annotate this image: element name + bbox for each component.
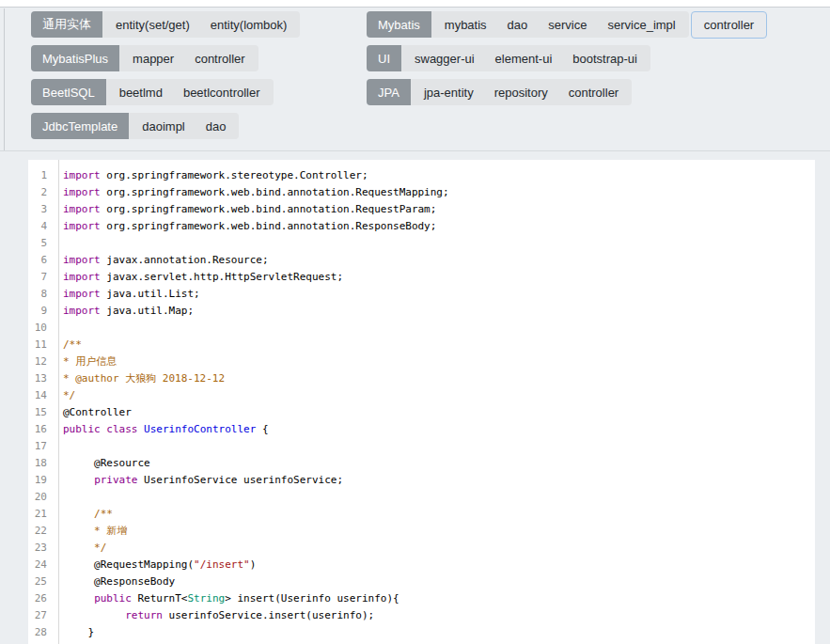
code-line[interactable]: 21 /** (28, 506, 815, 523)
code-line[interactable]: 13* @author 大狼狗 2018-12-12 (28, 370, 815, 387)
code-line[interactable]: 10 (28, 320, 815, 337)
group-items: swagger-uielement-uibootstrap-ui (401, 45, 650, 71)
template-button-mapper[interactable]: mapper (133, 52, 174, 66)
template-button-element-ui[interactable]: element-ui (495, 52, 553, 66)
code-line[interactable]: 28 } (28, 624, 815, 641)
code-line[interactable]: 16public class UserinfoController { (28, 421, 815, 438)
line-number: 26 (28, 590, 53, 607)
code-line[interactable]: 12* 用户信息 (28, 353, 815, 370)
line-number: 28 (28, 624, 53, 641)
code-line[interactable]: 2import org.springframework.web.bind.ann… (28, 184, 815, 201)
template-button-controller[interactable]: controller (569, 86, 619, 100)
code-text: import org.springframework.web.bind.anno… (53, 201, 436, 218)
code-line[interactable]: 3import org.springframework.web.bind.ann… (28, 201, 815, 218)
code-text: import java.util.Map; (53, 303, 194, 320)
line-number: 4 (28, 218, 53, 235)
template-groups-right: Mybatismybatisdaoserviceservice_implcont… (367, 11, 767, 113)
code-text: import javax.servlet.http.HttpServletReq… (53, 269, 343, 286)
template-button-jpa-entity[interactable]: jpa-entity (424, 86, 474, 100)
template-group: 通用实体entity(set/get)entity(lombok) (31, 11, 300, 38)
template-button-controller[interactable]: controller (195, 52, 244, 66)
group-label: JdbcTemplate (31, 113, 129, 139)
code-text: * 新增 (53, 523, 127, 540)
template-button-mybatis[interactable]: mybatis (445, 18, 487, 32)
line-number: 10 (28, 320, 53, 337)
line-number: 23 (28, 540, 53, 557)
template-button-swagger-ui[interactable]: swagger-ui (415, 52, 475, 66)
template-button-entity(lombok)[interactable]: entity(lombok) (211, 18, 288, 32)
code-line[interactable]: 14*/ (28, 387, 815, 404)
line-number: 11 (28, 337, 53, 353)
group-items: mybatisdaoserviceservice_impl (431, 11, 689, 38)
template-button-daoimpl[interactable]: daoimpl (142, 119, 185, 134)
code-text: public class UserinfoController { (53, 421, 269, 438)
code-line[interactable]: 5 (28, 235, 815, 252)
template-group: JdbcTemplatedaoimpldao (31, 113, 239, 139)
template-button-controller-selected[interactable]: controller (691, 11, 767, 39)
code-text: @Resource (53, 455, 150, 472)
code-text (53, 320, 63, 337)
code-line[interactable]: 11/** (28, 337, 815, 353)
code-text: @ResponseBody (53, 573, 175, 590)
tag-row: JdbcTemplatedaoimpldao (31, 113, 300, 139)
tag-row: JPAjpa-entityrepositorycontroller (367, 79, 767, 105)
template-button-bootstrap-ui[interactable]: bootstrap-ui (572, 52, 637, 66)
template-group: BeetlSQLbeetlmdbeetlcontroller (31, 79, 274, 105)
group-items: entity(set/get)entity(lombok) (102, 11, 300, 38)
group-label: 通用实体 (31, 11, 102, 38)
code-line[interactable]: 24 @RequestMapping("/insert") (28, 557, 815, 573)
template-button-dao[interactable]: dao (508, 18, 528, 32)
template-button-service_impl[interactable]: service_impl (607, 18, 675, 32)
group-label: MybatisPlus (31, 45, 119, 71)
line-number: 15 (28, 404, 53, 421)
code-text: * @author 大狼狗 2018-12-12 (53, 370, 225, 387)
code-line[interactable]: 19 private UserinfoService userinfoServi… (28, 472, 815, 489)
code-lines: 1import org.springframework.stereotype.C… (28, 167, 815, 641)
code-text (53, 489, 63, 506)
code-line[interactable]: 15@Controller (28, 404, 815, 421)
line-number: 3 (28, 201, 53, 218)
code-text: import javax.annotation.Resource; (53, 252, 269, 269)
code-text: */ (53, 387, 75, 404)
code-line[interactable]: 7import javax.servlet.http.HttpServletRe… (28, 269, 815, 286)
group-items: mappercontroller (119, 45, 258, 71)
group-items: jpa-entityrepositorycontroller (411, 79, 632, 105)
group-items: daoimpldao (129, 113, 239, 139)
code-line[interactable]: 23 */ (28, 540, 815, 557)
template-button-dao[interactable]: dao (206, 119, 227, 134)
line-number: 13 (28, 370, 53, 387)
template-button-service[interactable]: service (548, 18, 587, 32)
line-number: 27 (28, 607, 53, 624)
code-editor[interactable]: 1import org.springframework.stereotype.C… (28, 160, 815, 644)
code-line[interactable]: 18 @Resource (28, 455, 815, 472)
template-button-beetlmd[interactable]: beetlmd (119, 86, 163, 100)
line-number: 24 (28, 557, 53, 573)
template-button-repository[interactable]: repository (494, 86, 548, 100)
line-number: 25 (28, 573, 53, 590)
line-number: 17 (28, 438, 53, 455)
line-number: 21 (28, 506, 53, 523)
code-text: private UserinfoService userinfoService; (53, 472, 343, 489)
code-line[interactable]: 8import java.util.List; (28, 286, 815, 303)
code-line[interactable]: 22 * 新增 (28, 523, 815, 540)
template-button-beetlcontroller[interactable]: beetlcontroller (183, 86, 260, 100)
template-selector-area: 通用实体entity(set/get)entity(lombok)Mybatis… (0, 8, 830, 151)
template-button-entity(set/get)[interactable]: entity(set/get) (116, 18, 190, 32)
code-line[interactable]: 9import java.util.Map; (28, 303, 815, 320)
code-line[interactable]: 25 @ResponseBody (28, 573, 815, 590)
code-line[interactable]: 4import org.springframework.web.bind.ann… (28, 218, 815, 235)
line-number: 2 (28, 184, 53, 201)
code-text: } (53, 624, 94, 641)
code-line[interactable]: 26 public ReturnT<String> insert(Userinf… (28, 590, 815, 607)
code-line[interactable]: 17 (28, 438, 815, 455)
group-items: beetlmdbeetlcontroller (106, 79, 274, 105)
code-text (53, 235, 63, 252)
code-line[interactable]: 1import org.springframework.stereotype.C… (28, 167, 815, 184)
code-line[interactable]: 20 (28, 489, 815, 506)
code-line[interactable]: 27 return userinfoService.insert(userinf… (28, 607, 815, 624)
code-text: import org.springframework.stereotype.Co… (53, 167, 368, 184)
top-strip (0, 0, 830, 8)
code-text: return userinfoService.insert(userinfo); (53, 607, 374, 624)
line-number: 18 (28, 455, 53, 472)
code-line[interactable]: 6import javax.annotation.Resource; (28, 252, 815, 269)
